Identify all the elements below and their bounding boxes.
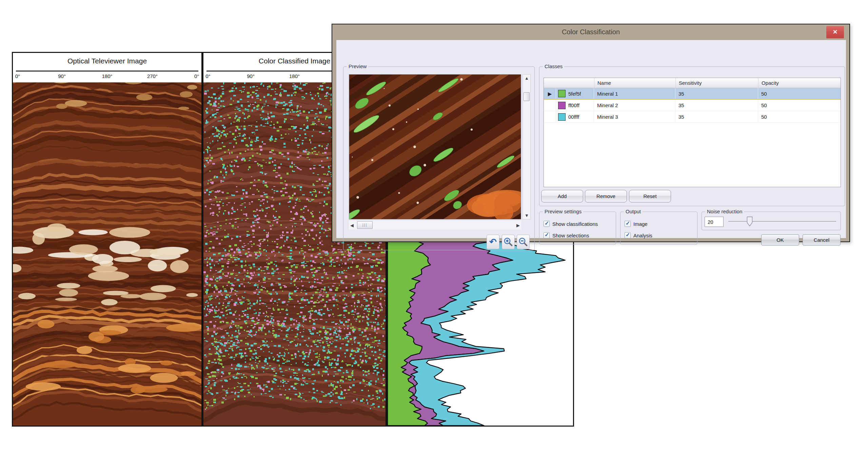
classes-table: Name Sensitivity Opacity ▶ 5fef5f Minera…	[544, 78, 841, 187]
name-cell[interactable]: Mineral 3	[594, 111, 675, 122]
row-indicator-empty	[544, 111, 556, 122]
checkbox-box[interactable]: ✓	[544, 232, 550, 238]
preview-image[interactable]	[349, 74, 521, 219]
sensitivity-cell[interactable]: 35	[675, 100, 758, 111]
vertical-scroll-thumb[interactable]	[524, 92, 530, 101]
checkbox-label: Show selections	[552, 233, 589, 238]
add-button[interactable]: Add	[541, 190, 583, 202]
noise-reduction-group: Noise reduction	[702, 212, 841, 230]
name-cell[interactable]: Mineral 1	[594, 88, 675, 99]
tick-label: 270°	[147, 73, 158, 79]
sensitivity-cell[interactable]: 35	[675, 111, 758, 122]
checkbox-label: Show classifications	[552, 221, 598, 227]
scroll-down-icon[interactable]: ▼	[525, 213, 529, 218]
row-indicator-empty	[544, 100, 556, 111]
tick-label: 180°	[102, 73, 112, 79]
table-row-mineral-1[interactable]: ▶ 5fef5f Mineral 1 35 50	[544, 88, 841, 100]
preview-group-label: Preview	[347, 63, 368, 70]
grip-icon: |||	[362, 223, 368, 227]
scroll-up-icon[interactable]: ▲	[525, 76, 529, 80]
tick-label: 90°	[58, 73, 66, 79]
opacity-cell[interactable]: 50	[758, 100, 841, 111]
optical-televiewer-image	[13, 82, 201, 426]
preview-rock-image	[349, 75, 521, 219]
preview-vertical-scrollbar[interactable]: ▲ ▼	[522, 74, 531, 219]
column-header-opacity[interactable]: Opacity	[758, 78, 841, 88]
tick-label: 0°	[194, 73, 199, 79]
output-image-checkbox[interactable]: ✓ Image	[625, 221, 648, 227]
tick-label: 90°	[247, 73, 255, 79]
classes-table-header: Name Sensitivity Opacity	[544, 78, 841, 88]
noise-slider-thumb[interactable]	[747, 216, 753, 227]
check-icon: ✓	[626, 232, 630, 238]
horizontal-scroll-thumb[interactable]: |||	[357, 221, 373, 229]
checkbox-box[interactable]: ✓	[544, 221, 550, 227]
dialog-title: Color Classification	[332, 24, 849, 39]
opacity-cell[interactable]: 50	[758, 88, 841, 99]
tick-label: 180°	[289, 73, 300, 79]
output-group: Output ✓ Image ✓ Analysis	[620, 212, 697, 244]
tick-label: 0°	[15, 73, 20, 79]
noise-reduction-slider[interactable]	[728, 215, 836, 228]
classes-group-label: Classes	[543, 63, 564, 70]
color-cell[interactable]: 5fef5f	[556, 88, 594, 99]
zoom-in-icon	[502, 235, 514, 249]
sensitivity-cell[interactable]: 35	[675, 88, 758, 99]
column-header-sensitivity[interactable]: Sensitivity	[675, 78, 758, 88]
screenshot-root: Optical Televiewer Image 0° 90° 180° 270…	[0, 0, 868, 451]
checkbox-label: Analysis	[633, 233, 652, 238]
table-row-mineral-3[interactable]: 00ffff Mineral 3 35 50	[544, 111, 841, 123]
dialog-content: Preview ▲ ▼ ◀ ||| ▶ ↶	[336, 40, 846, 238]
check-icon: ✓	[626, 220, 630, 227]
checkbox-box[interactable]: ✓	[625, 221, 631, 227]
name-cell[interactable]: Mineral 2	[594, 100, 675, 111]
table-row-mineral-2[interactable]: ff00ff Mineral 2 35 50	[544, 100, 841, 111]
checkbox-label: Image	[633, 221, 648, 227]
color-hex: 5fef5f	[568, 88, 581, 99]
zoom-in-button[interactable]	[502, 235, 515, 249]
noise-reduction-label: Noise reduction	[705, 209, 744, 215]
scroll-right-icon[interactable]: ▶	[516, 223, 520, 228]
color-classification-dialog: Color Classification ✕ Preview ▲ ▼ ◀ |	[332, 24, 850, 242]
checkbox-box[interactable]: ✓	[625, 232, 631, 238]
color-swatch[interactable]	[558, 102, 566, 109]
check-icon: ✓	[545, 220, 549, 227]
zoom-out-button[interactable]	[517, 235, 530, 249]
show-selections-checkbox[interactable]: ✓ Show selections	[544, 232, 589, 238]
slider-track[interactable]	[728, 221, 836, 222]
color-cell[interactable]: ff00ff	[556, 100, 594, 111]
undo-icon: ↶	[489, 237, 497, 247]
output-analysis-checkbox[interactable]: ✓ Analysis	[625, 232, 652, 238]
optical-panel-header: Optical Televiewer Image 0° 90° 180° 270…	[13, 53, 201, 82]
cancel-button[interactable]: Cancel	[803, 234, 841, 246]
color-swatch[interactable]	[558, 113, 566, 121]
azimuth-scale: 0° 90° 180° 270° 0°	[13, 73, 201, 82]
remove-button[interactable]: Remove	[585, 190, 627, 202]
color-cell[interactable]: 00ffff	[556, 111, 594, 122]
preview-settings-label: Preview settings	[543, 209, 583, 215]
column-header-color[interactable]	[544, 78, 594, 88]
reset-button[interactable]: Reset	[629, 190, 671, 202]
color-hex: 00ffff	[568, 111, 579, 122]
preview-group: Preview ▲ ▼ ◀ ||| ▶ ↶	[343, 66, 535, 250]
tick-label: 0°	[205, 73, 210, 79]
close-button[interactable]: ✕	[826, 26, 844, 38]
check-icon: ✓	[545, 232, 549, 238]
close-icon: ✕	[833, 29, 837, 35]
output-group-label: Output	[624, 209, 643, 215]
column-header-name[interactable]: Name	[594, 78, 675, 88]
optical-televiewer-panel: Optical Televiewer Image 0° 90° 180° 270…	[12, 52, 202, 427]
zoom-out-icon	[517, 235, 529, 249]
color-swatch[interactable]	[558, 90, 566, 97]
undo-button[interactable]: ↶	[487, 235, 499, 249]
noise-reduction-input[interactable]	[705, 217, 724, 227]
ok-button[interactable]: OK	[761, 234, 799, 246]
preview-horizontal-scrollbar[interactable]: ◀ ||| ▶	[349, 221, 521, 230]
opacity-cell[interactable]: 50	[758, 111, 841, 122]
show-classifications-checkbox[interactable]: ✓ Show classifications	[544, 221, 598, 227]
scroll-left-icon[interactable]: ◀	[350, 223, 354, 228]
optical-panel-title: Optical Televiewer Image	[13, 53, 201, 65]
dialog-titlebar[interactable]: Color Classification ✕	[332, 24, 849, 40]
classes-group: Classes Name Sensitivity Opacity ▶ 5fef5…	[539, 66, 845, 206]
preview-settings-group: Preview settings ✓ Show classifications …	[539, 212, 616, 244]
